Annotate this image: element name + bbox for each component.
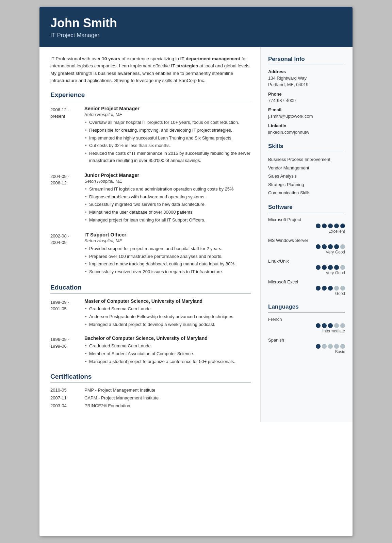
lang-rating-2: Basic bbox=[268, 349, 345, 354]
edu-details-1: Master of Computer Science, University o… bbox=[84, 298, 251, 329]
cert-name-1: PMP - Project Management Institute bbox=[84, 388, 251, 393]
bullet: Managed a student project to develop a w… bbox=[84, 321, 251, 328]
bullet: Graduated Summa Cum Laude. bbox=[84, 343, 251, 350]
languages-section: Languages French Intermediate bbox=[268, 303, 345, 354]
cert-date-1: 2010-05 bbox=[50, 388, 84, 393]
dot-filled bbox=[328, 244, 333, 249]
dot-filled bbox=[316, 344, 321, 349]
experience-divider bbox=[50, 101, 251, 101]
education-section: Education 1999-09 -2001-05 Master of Com… bbox=[50, 284, 251, 366]
bullet: Member of Student Association of Compute… bbox=[84, 350, 251, 358]
bullet: Prepared over 100 infrastructure perform… bbox=[84, 253, 251, 260]
education-title: Education bbox=[50, 284, 251, 291]
cert-entry-3: 2003-04 PRINCE2® Foundation bbox=[50, 403, 251, 408]
certifications-title: Certifications bbox=[50, 373, 251, 380]
dot-empty bbox=[334, 344, 339, 349]
bullet: Maintained the user database of over 300… bbox=[84, 209, 251, 216]
exp-bullets-1: Oversaw all major hospital IT projects f… bbox=[84, 119, 251, 164]
email-value: j.smith@uptowork.com bbox=[268, 113, 345, 120]
exp-title-1: Senior Project Manager bbox=[84, 106, 251, 111]
personal-info-title: Personal Info bbox=[268, 56, 345, 63]
dot-filled bbox=[328, 323, 333, 328]
bullet: Reduced the costs of IT maintenance in 2… bbox=[84, 150, 251, 164]
exp-details-2: Junior Project Manager Seton Hospital, M… bbox=[84, 172, 251, 225]
dot-filled bbox=[334, 224, 339, 228]
exp-details-3: IT Support Officer Seton Hospital, ME Pr… bbox=[84, 232, 251, 276]
dot-filled bbox=[328, 265, 333, 270]
software-item-4: Microsoft Excel Good bbox=[268, 279, 345, 296]
software-item-2: MS Windows Server Very Good bbox=[268, 238, 345, 254]
dot-filled bbox=[322, 286, 327, 291]
dot-empty bbox=[340, 286, 345, 291]
lang-item-1: French Intermediate bbox=[268, 317, 345, 333]
main-column: IT Professional with over 10 years of ex… bbox=[39, 47, 261, 422]
edu-date-1: 1999-09 -2001-05 bbox=[50, 298, 84, 329]
education-entry-1: 1999-09 -2001-05 Master of Computer Scie… bbox=[50, 298, 251, 329]
resume-wrapper: John Smith IT Project Manager IT Profess… bbox=[39, 7, 353, 536]
skills-divider bbox=[268, 152, 345, 152]
dot-filled bbox=[322, 265, 327, 270]
dot-filled bbox=[322, 224, 327, 228]
software-dots-4 bbox=[268, 286, 345, 291]
exp-bullets-3: Provided support for project managers an… bbox=[84, 245, 251, 276]
bullet: Implemented the highly successful Lean T… bbox=[84, 135, 251, 142]
bullet: Managed a student project to organize a … bbox=[84, 358, 251, 365]
experience-entry-1: 2006-12 -present Senior Project Manager … bbox=[50, 106, 251, 165]
bullet: Successfully resolved over 200 issues in… bbox=[84, 268, 251, 276]
linkedin-label: LinkedIn bbox=[268, 123, 345, 128]
experience-section: Experience 2006-12 -present Senior Proje… bbox=[50, 91, 251, 276]
dot-empty bbox=[322, 344, 327, 349]
edu-bullets-2: Graduated Summa Cum Laude. Member of Stu… bbox=[84, 343, 251, 365]
skill-item-3: Sales Analysis bbox=[268, 173, 345, 180]
exp-details-1: Senior Project Manager Seton Hospital, M… bbox=[84, 106, 251, 165]
skill-item-4: Strategic Planning bbox=[268, 181, 345, 188]
exp-company-3: Seton Hospital, ME bbox=[84, 238, 251, 243]
sidebar: Personal Info Address 134 Rightward WayP… bbox=[261, 47, 353, 422]
summary-text: IT Professional with over 10 years of ex… bbox=[50, 55, 251, 84]
dot-filled bbox=[334, 244, 339, 249]
software-rating-3: Very Good bbox=[268, 270, 345, 275]
dot-filled bbox=[328, 224, 333, 228]
address-value: 134 Rightward WayPortland, ME, 04019 bbox=[268, 75, 345, 88]
education-divider bbox=[50, 293, 251, 294]
skills-section: Skills Business Process Improvement Vend… bbox=[268, 143, 345, 196]
bullet: Provided support for project managers an… bbox=[84, 245, 251, 252]
dot-empty bbox=[328, 344, 333, 349]
software-title: Software bbox=[268, 204, 345, 211]
bullet: Successfully migrated two servers to new… bbox=[84, 201, 251, 208]
edu-degree-1: Master of Computer Science, University o… bbox=[84, 298, 251, 304]
software-name-2: MS Windows Server bbox=[268, 238, 345, 243]
dot-filled bbox=[334, 265, 339, 270]
dot-empty bbox=[334, 286, 339, 291]
edu-date-2: 1996-09 -1999-06 bbox=[50, 335, 84, 366]
software-name-1: Microsoft Project bbox=[268, 217, 345, 222]
lang-item-2: Spanish Basic bbox=[268, 338, 345, 354]
skill-item-1: Business Process Improvement bbox=[268, 156, 345, 163]
exp-bullets-2: Streamlined IT logistics and administrat… bbox=[84, 186, 251, 224]
exp-title-2: Junior Project Manager bbox=[84, 172, 251, 178]
lang-name-2: Spanish bbox=[268, 338, 345, 343]
software-rating-1: Excellent bbox=[268, 229, 345, 234]
exp-company-1: Seton Hospital, ME bbox=[84, 112, 251, 117]
bullet: Cut costs by 32% in less than six months… bbox=[84, 142, 251, 149]
education-entry-2: 1996-09 -1999-06 Bachelor of Computer Sc… bbox=[50, 335, 251, 366]
experience-entry-3: 2002-08 -2004-09 IT Support Officer Seto… bbox=[50, 232, 251, 276]
exp-title-3: IT Support Officer bbox=[84, 232, 251, 237]
cert-name-2: CAPM - Project Management Institute bbox=[84, 395, 251, 400]
dot-filled bbox=[316, 265, 321, 270]
bullet: Graduated Summa Cum Laude. bbox=[84, 306, 251, 313]
software-item-1: Microsoft Project Excellent bbox=[268, 217, 345, 234]
candidate-name: John Smith bbox=[50, 16, 342, 30]
dot-filled bbox=[322, 244, 327, 249]
dot-empty bbox=[340, 344, 345, 349]
dot-filled bbox=[340, 224, 345, 228]
cert-entry-1: 2010-05 PMP - Project Management Institu… bbox=[50, 388, 251, 393]
skills-title: Skills bbox=[268, 143, 345, 150]
linkedin-value: linkedin.com/johnutw bbox=[268, 129, 345, 136]
email-label: E-mail bbox=[268, 107, 345, 112]
personal-info-section: Personal Info Address 134 Rightward WayP… bbox=[268, 56, 345, 136]
software-divider bbox=[268, 213, 345, 213]
phone-label: Phone bbox=[268, 92, 345, 97]
lang-dots-2 bbox=[268, 344, 345, 349]
cert-entry-2: 2007-11 CAPM - Project Management Instit… bbox=[50, 395, 251, 400]
